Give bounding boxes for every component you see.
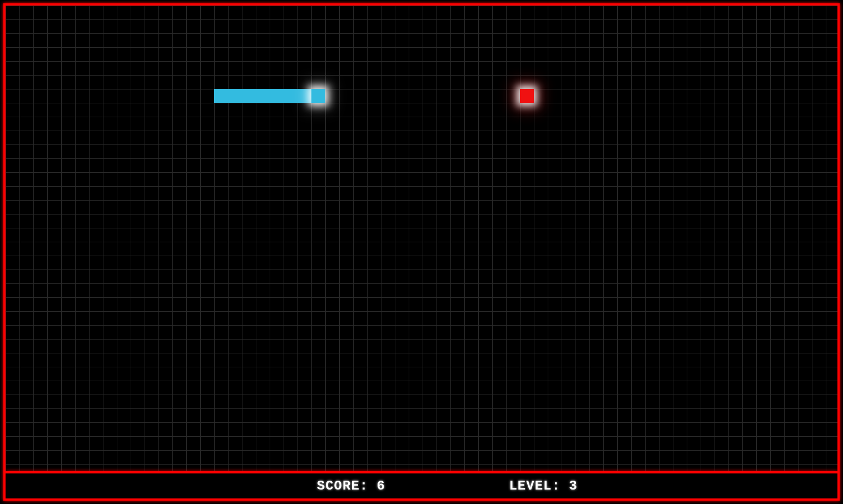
hud-bar: SCORE: 6 LEVEL: 3 (6, 473, 837, 498)
snake-segment (270, 89, 284, 103)
food (520, 89, 534, 103)
level-stat: LEVEL: 3 (458, 463, 578, 504)
level-label: LEVEL: (509, 478, 560, 493)
snake-head (311, 89, 325, 103)
snake-segment (242, 89, 256, 103)
score-value: 6 (377, 478, 385, 493)
game-frame: SCORE: 6 LEVEL: 3 (3, 3, 840, 501)
snake-segment (214, 89, 228, 103)
score-label: SCORE: (317, 478, 368, 493)
level-value: 3 (569, 478, 577, 493)
snake-segment (256, 89, 270, 103)
snake-segment (228, 89, 242, 103)
playfield[interactable] (6, 6, 837, 473)
score-stat: SCORE: 6 (265, 463, 385, 504)
snake-segment (284, 89, 297, 103)
snake-segment (297, 89, 311, 103)
